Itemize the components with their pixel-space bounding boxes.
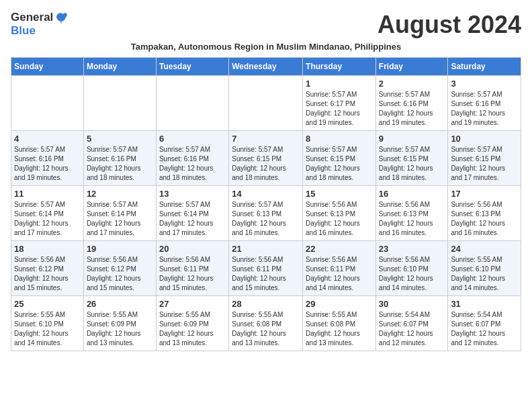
- day-number: 8: [306, 134, 373, 144]
- month-title: August 2024: [378, 11, 521, 39]
- day-number: 28: [232, 299, 300, 309]
- day-info: Sunrise: 5:57 AM Sunset: 6:13 PM Dayligh…: [232, 200, 300, 238]
- calendar-cell: [11, 76, 84, 131]
- day-number: 4: [14, 134, 81, 144]
- day-number: 10: [451, 134, 518, 144]
- calendar-cell: 8Sunrise: 5:57 AM Sunset: 6:15 PM Daylig…: [303, 131, 376, 186]
- day-info: Sunrise: 5:56 AM Sunset: 6:13 PM Dayligh…: [379, 200, 445, 238]
- calendar-cell: 18Sunrise: 5:56 AM Sunset: 6:12 PM Dayli…: [11, 241, 84, 296]
- day-number: 20: [159, 244, 226, 254]
- calendar-cell: 17Sunrise: 5:56 AM Sunset: 6:13 PM Dayli…: [448, 186, 521, 241]
- calendar-cell: 21Sunrise: 5:56 AM Sunset: 6:11 PM Dayli…: [229, 241, 303, 296]
- logo-general-text: General: [11, 11, 53, 24]
- day-info: Sunrise: 5:55 AM Sunset: 6:08 PM Dayligh…: [306, 310, 373, 348]
- calendar-table: SundayMondayTuesdayWednesdayThursdayFrid…: [11, 57, 521, 351]
- day-info: Sunrise: 5:55 AM Sunset: 6:09 PM Dayligh…: [87, 310, 153, 348]
- calendar-cell: [229, 76, 303, 131]
- calendar-week-row: 25Sunrise: 5:55 AM Sunset: 6:10 PM Dayli…: [11, 296, 521, 351]
- day-number: 13: [159, 189, 226, 199]
- logo: General Blue: [11, 11, 68, 38]
- day-info: Sunrise: 5:55 AM Sunset: 6:08 PM Dayligh…: [232, 310, 300, 348]
- day-info: Sunrise: 5:56 AM Sunset: 6:12 PM Dayligh…: [87, 255, 153, 293]
- day-info: Sunrise: 5:54 AM Sunset: 6:07 PM Dayligh…: [451, 310, 518, 348]
- calendar-cell: 1Sunrise: 5:57 AM Sunset: 6:17 PM Daylig…: [303, 76, 376, 131]
- calendar-week-row: 4Sunrise: 5:57 AM Sunset: 6:16 PM Daylig…: [11, 131, 521, 186]
- day-number: 23: [379, 244, 445, 254]
- calendar-week-row: 18Sunrise: 5:56 AM Sunset: 6:12 PM Dayli…: [11, 241, 521, 296]
- weekday-header-thursday: Thursday: [303, 58, 376, 76]
- calendar-cell: 27Sunrise: 5:55 AM Sunset: 6:09 PM Dayli…: [156, 296, 228, 351]
- calendar-cell: 22Sunrise: 5:56 AM Sunset: 6:11 PM Dayli…: [303, 241, 376, 296]
- calendar-cell: 5Sunrise: 5:57 AM Sunset: 6:16 PM Daylig…: [83, 131, 156, 186]
- day-info: Sunrise: 5:57 AM Sunset: 6:15 PM Dayligh…: [379, 145, 445, 183]
- weekday-header-tuesday: Tuesday: [156, 58, 228, 76]
- day-number: 25: [14, 299, 81, 309]
- day-number: 26: [87, 299, 153, 309]
- calendar-cell: 12Sunrise: 5:57 AM Sunset: 6:14 PM Dayli…: [83, 186, 156, 241]
- calendar-cell: [156, 76, 228, 131]
- calendar-cell: 3Sunrise: 5:57 AM Sunset: 6:16 PM Daylig…: [448, 76, 521, 131]
- day-info: Sunrise: 5:57 AM Sunset: 6:15 PM Dayligh…: [451, 145, 518, 183]
- day-info: Sunrise: 5:56 AM Sunset: 6:13 PM Dayligh…: [306, 200, 373, 238]
- day-number: 22: [306, 244, 373, 254]
- calendar-cell: 14Sunrise: 5:57 AM Sunset: 6:13 PM Dayli…: [229, 186, 303, 241]
- day-info: Sunrise: 5:57 AM Sunset: 6:17 PM Dayligh…: [306, 90, 373, 128]
- day-info: Sunrise: 5:57 AM Sunset: 6:15 PM Dayligh…: [306, 145, 373, 183]
- calendar-cell: 26Sunrise: 5:55 AM Sunset: 6:09 PM Dayli…: [83, 296, 156, 351]
- day-info: Sunrise: 5:56 AM Sunset: 6:11 PM Dayligh…: [232, 255, 300, 293]
- calendar-cell: 7Sunrise: 5:57 AM Sunset: 6:15 PM Daylig…: [229, 131, 303, 186]
- day-info: Sunrise: 5:57 AM Sunset: 6:15 PM Dayligh…: [232, 145, 300, 183]
- calendar-week-row: 11Sunrise: 5:57 AM Sunset: 6:14 PM Dayli…: [11, 186, 521, 241]
- day-number: 27: [159, 299, 226, 309]
- day-info: Sunrise: 5:56 AM Sunset: 6:11 PM Dayligh…: [306, 255, 373, 293]
- day-number: 24: [451, 244, 518, 254]
- day-number: 11: [14, 189, 81, 199]
- day-number: 14: [232, 189, 300, 199]
- calendar-subtitle: Tampakan, Autonomous Region in Muslim Mi…: [11, 42, 521, 52]
- calendar-cell: 31Sunrise: 5:54 AM Sunset: 6:07 PM Dayli…: [448, 296, 521, 351]
- day-number: 16: [379, 189, 445, 199]
- calendar-cell: 16Sunrise: 5:56 AM Sunset: 6:13 PM Dayli…: [375, 186, 448, 241]
- calendar-cell: 24Sunrise: 5:55 AM Sunset: 6:10 PM Dayli…: [448, 241, 521, 296]
- calendar-cell: [83, 76, 156, 131]
- page-header: General Blue August 2024: [11, 11, 521, 39]
- day-info: Sunrise: 5:57 AM Sunset: 6:14 PM Dayligh…: [87, 200, 153, 238]
- day-number: 5: [87, 134, 153, 144]
- day-info: Sunrise: 5:55 AM Sunset: 6:10 PM Dayligh…: [451, 255, 518, 293]
- day-number: 31: [451, 299, 518, 309]
- calendar-cell: 6Sunrise: 5:57 AM Sunset: 6:16 PM Daylig…: [156, 131, 228, 186]
- day-number: 7: [232, 134, 300, 144]
- day-number: 9: [379, 134, 445, 144]
- calendar-week-row: 1Sunrise: 5:57 AM Sunset: 6:17 PM Daylig…: [11, 76, 521, 131]
- day-number: 1: [306, 79, 373, 89]
- logo-blue-text: Blue: [11, 24, 36, 37]
- day-info: Sunrise: 5:56 AM Sunset: 6:11 PM Dayligh…: [159, 255, 226, 293]
- day-number: 18: [14, 244, 81, 254]
- calendar-cell: 29Sunrise: 5:55 AM Sunset: 6:08 PM Dayli…: [303, 296, 376, 351]
- calendar-cell: 15Sunrise: 5:56 AM Sunset: 6:13 PM Dayli…: [303, 186, 376, 241]
- day-number: 12: [87, 189, 153, 199]
- calendar-cell: 25Sunrise: 5:55 AM Sunset: 6:10 PM Dayli…: [11, 296, 84, 351]
- day-info: Sunrise: 5:57 AM Sunset: 6:14 PM Dayligh…: [159, 200, 226, 238]
- calendar-cell: 9Sunrise: 5:57 AM Sunset: 6:15 PM Daylig…: [375, 131, 448, 186]
- day-info: Sunrise: 5:56 AM Sunset: 6:13 PM Dayligh…: [451, 200, 518, 238]
- calendar-cell: 13Sunrise: 5:57 AM Sunset: 6:14 PM Dayli…: [156, 186, 228, 241]
- weekday-header-friday: Friday: [375, 58, 448, 76]
- calendar-cell: 2Sunrise: 5:57 AM Sunset: 6:16 PM Daylig…: [375, 76, 448, 131]
- day-info: Sunrise: 5:55 AM Sunset: 6:09 PM Dayligh…: [159, 310, 226, 348]
- day-info: Sunrise: 5:57 AM Sunset: 6:14 PM Dayligh…: [14, 200, 81, 238]
- calendar-cell: 10Sunrise: 5:57 AM Sunset: 6:15 PM Dayli…: [448, 131, 521, 186]
- day-info: Sunrise: 5:57 AM Sunset: 6:16 PM Dayligh…: [451, 90, 518, 128]
- calendar-cell: 19Sunrise: 5:56 AM Sunset: 6:12 PM Dayli…: [83, 241, 156, 296]
- day-info: Sunrise: 5:56 AM Sunset: 6:12 PM Dayligh…: [14, 255, 81, 293]
- day-number: 29: [306, 299, 373, 309]
- day-number: 19: [87, 244, 153, 254]
- calendar-cell: 30Sunrise: 5:54 AM Sunset: 6:07 PM Dayli…: [375, 296, 448, 351]
- weekday-header-monday: Monday: [83, 58, 156, 76]
- calendar-header-row: SundayMondayTuesdayWednesdayThursdayFrid…: [11, 58, 521, 76]
- day-number: 2: [379, 79, 445, 89]
- calendar-cell: 28Sunrise: 5:55 AM Sunset: 6:08 PM Dayli…: [229, 296, 303, 351]
- day-info: Sunrise: 5:57 AM Sunset: 6:16 PM Dayligh…: [379, 90, 445, 128]
- day-number: 30: [379, 299, 445, 309]
- calendar-cell: 23Sunrise: 5:56 AM Sunset: 6:10 PM Dayli…: [375, 241, 448, 296]
